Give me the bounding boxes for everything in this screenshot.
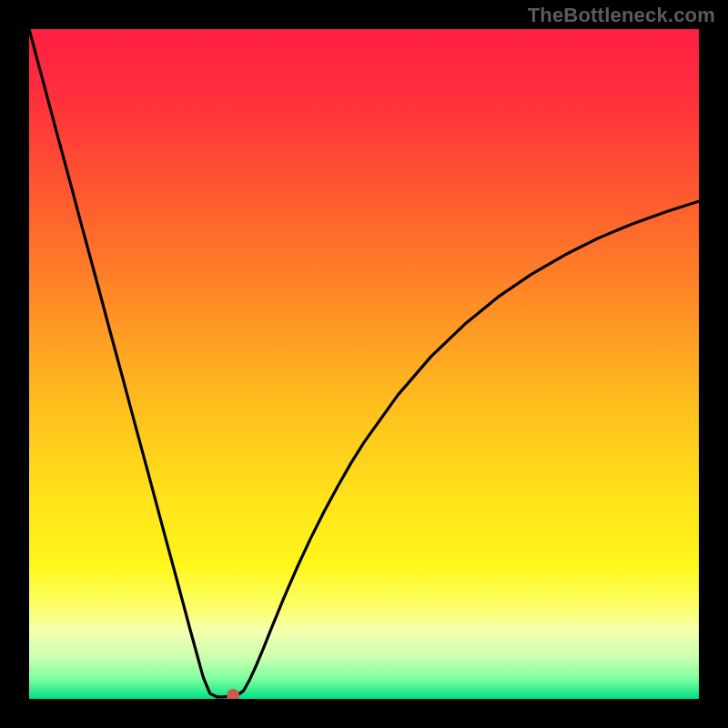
watermark-text: TheBottleneck.com bbox=[528, 4, 715, 27]
chart-frame: TheBottleneck.com bbox=[0, 0, 728, 728]
plot-area bbox=[29, 29, 699, 699]
bottleneck-curve bbox=[29, 29, 699, 699]
optimal-point-marker bbox=[227, 689, 239, 699]
